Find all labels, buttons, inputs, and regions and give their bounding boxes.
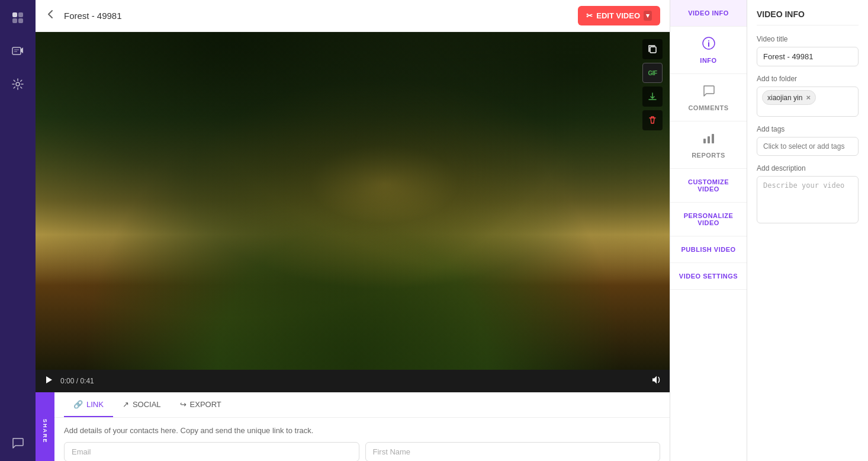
main-content: Forest - 49981 ✂ EDIT VIDEO ▾ GIF <box>36 0 670 461</box>
share-inputs <box>64 442 660 461</box>
export-icon: ↪ <box>180 400 187 409</box>
nav-item-publish[interactable]: PUBLISH VIDEO <box>670 236 747 263</box>
svg-rect-3 <box>18 18 23 23</box>
nav-item-reports[interactable]: Reports <box>670 121 747 169</box>
share-bar: SHARE 🔗 LINK ↗ SOCIAL ↪ EXPORT Add detai… <box>36 392 670 461</box>
volume-button[interactable] <box>651 374 661 388</box>
add-description-label: Add description <box>757 164 859 172</box>
svg-rect-8 <box>650 47 656 53</box>
nav-panel: VIDEO INFO Info Comments Reports <box>670 0 747 461</box>
right-panel: VIDEO INFO Video title Add to folder xia… <box>747 0 868 461</box>
folder-tag: xiaojian yin × <box>762 90 816 105</box>
svg-point-7 <box>16 82 20 86</box>
video-title: Forest - 49981 <box>64 11 571 21</box>
info-panel-title: VIDEO INFO <box>757 9 859 25</box>
svg-rect-14 <box>708 136 710 143</box>
email-input[interactable] <box>64 442 359 461</box>
play-button[interactable] <box>44 375 53 387</box>
nav-item-customize[interactable]: CUSTOMIZE VIDEO <box>670 169 747 203</box>
share-label: SHARE <box>36 392 54 461</box>
tab-link[interactable]: 🔗 LINK <box>64 393 113 417</box>
video-toolbar: GIF <box>642 39 663 130</box>
folder-wrapper: xiaojian yin × <box>757 87 859 117</box>
folder-tag-text: xiaojian yin <box>767 94 802 102</box>
info-icon <box>702 36 716 53</box>
link-icon: 🔗 <box>73 400 83 409</box>
video-player[interactable]: GIF <box>36 32 670 370</box>
nav-item-comments[interactable]: Comments <box>670 74 747 121</box>
social-icon: ↗ <box>123 400 129 409</box>
sidebar <box>0 0 36 461</box>
logo-icon[interactable] <box>7 7 28 28</box>
svg-rect-1 <box>18 12 23 17</box>
add-tags-label: Add tags <box>757 125 859 133</box>
svg-marker-9 <box>46 376 52 383</box>
folder-tag-close-button[interactable]: × <box>806 93 811 102</box>
tree-overlay <box>36 32 670 370</box>
description-textarea[interactable] <box>757 176 859 223</box>
chat-icon[interactable] <box>7 433 28 454</box>
video-title-label: Video title <box>757 35 859 43</box>
firstname-input[interactable] <box>365 442 661 461</box>
svg-rect-13 <box>703 139 706 143</box>
dropdown-arrow-icon: ▾ <box>644 11 652 21</box>
settings-icon[interactable] <box>7 73 28 95</box>
tags-input[interactable] <box>757 137 859 156</box>
nav-item-video-info[interactable]: VIDEO INFO <box>670 0 747 27</box>
tab-export[interactable]: ↪ EXPORT <box>171 393 231 417</box>
nav-item-settings[interactable]: VIDEO SETTINGS <box>670 263 747 290</box>
share-content: 🔗 LINK ↗ SOCIAL ↪ EXPORT Add details of … <box>54 392 670 461</box>
comments-icon <box>702 84 716 101</box>
share-description: Add details of your contacts here. Copy … <box>64 426 660 435</box>
nav-item-personalize[interactable]: PERSONALIZE VIDEO <box>670 203 747 236</box>
svg-rect-4 <box>12 47 21 55</box>
top-bar: Forest - 49981 ✂ EDIT VIDEO ▾ <box>36 0 670 32</box>
scissors-icon: ✂ <box>586 11 593 20</box>
time-display: 0:00 / 0:41 <box>60 377 94 385</box>
video-wrapper: GIF <box>36 32 670 392</box>
nav-item-info[interactable]: Info <box>670 27 747 74</box>
video-title-input[interactable] <box>757 47 859 66</box>
gif-icon[interactable]: GIF <box>642 63 663 83</box>
share-body: Add details of your contacts here. Copy … <box>54 418 670 461</box>
share-tabs: 🔗 LINK ↗ SOCIAL ↪ EXPORT <box>54 393 670 418</box>
svg-point-12 <box>708 40 709 41</box>
svg-rect-2 <box>12 18 17 23</box>
add-to-folder-label: Add to folder <box>757 75 859 83</box>
copy-icon[interactable] <box>642 39 663 59</box>
delete-icon[interactable] <box>642 110 663 130</box>
video-library-icon[interactable] <box>7 40 28 62</box>
back-button[interactable] <box>45 8 57 23</box>
svg-rect-15 <box>712 134 714 143</box>
info-panel: VIDEO INFO Video title Add to folder xia… <box>747 0 868 461</box>
tab-social[interactable]: ↗ SOCIAL <box>113 393 171 417</box>
reports-icon <box>702 131 716 148</box>
edit-video-button[interactable]: ✂ EDIT VIDEO ▾ <box>578 6 660 25</box>
svg-rect-0 <box>12 12 17 17</box>
download-icon[interactable] <box>642 87 663 107</box>
video-controls: 0:00 / 0:41 <box>36 370 670 392</box>
